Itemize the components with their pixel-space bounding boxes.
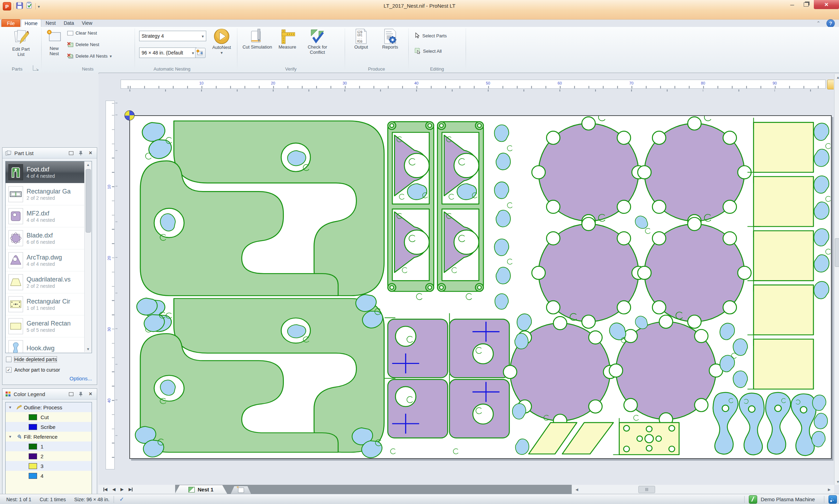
delete-all-nests-dropdown-icon[interactable] — [110, 53, 112, 59]
tab-home[interactable]: Home — [21, 19, 41, 28]
output-button[interactable]: G20 G91 ... M30 Output — [348, 28, 374, 50]
part-list-item[interactable]: Foot.dxf 4 of 4 nested — [6, 161, 85, 183]
legend-entry-row[interactable]: 2 — [6, 451, 92, 461]
chevron-down-icon[interactable] — [6, 434, 15, 439]
verify-nest-icon[interactable] — [26, 2, 33, 11]
legend-entry-row[interactable]: 4 — [6, 471, 92, 481]
close-button[interactable] — [814, 0, 839, 9]
tab-data[interactable]: Data — [60, 19, 78, 27]
mf2-parts[interactable] — [388, 319, 509, 438]
new-nest-tab-button[interactable] — [231, 486, 251, 494]
part-list-scrollbar[interactable] — [84, 161, 92, 352]
edit-plate-list-button[interactable] — [195, 48, 206, 58]
collapse-ribbon-icon[interactable] — [815, 20, 822, 26]
legend-group-row[interactable]: Fill: Reference — [6, 432, 92, 441]
legend-group-row[interactable]: Outline: Process — [6, 402, 92, 412]
scroll-up-icon[interactable] — [834, 74, 839, 80]
legend-entry-row[interactable]: 3 — [6, 461, 92, 471]
scrollbar-thumb[interactable] — [86, 169, 91, 233]
color-legend-tree[interactable]: Outline: Process Cut Scribe Fill: Refere… — [5, 402, 92, 504]
check-for-conflict-button[interactable]: Check for Conflict — [301, 28, 334, 55]
part-list-options-link[interactable]: Options... — [70, 375, 92, 381]
measure-button[interactable]: Measure — [276, 28, 299, 50]
strategy-select[interactable]: Strategy 4 — [139, 31, 206, 41]
scroll-left-icon[interactable] — [573, 486, 580, 492]
part-list-item[interactable]: Blade.dxf 6 of 6 nested — [6, 227, 85, 249]
part-list-item[interactable]: MF2.dxf 4 of 4 nested — [6, 205, 85, 227]
customize-qat-icon[interactable] — [38, 3, 40, 9]
chevron-down-icon[interactable] — [6, 405, 15, 410]
rss-icon[interactable] — [829, 495, 837, 504]
hole-plate-part[interactable] — [614, 418, 679, 455]
reports-button[interactable]: Reports — [377, 28, 403, 50]
help-icon[interactable]: ? — [826, 19, 835, 28]
ruler-settings-icon[interactable] — [827, 80, 834, 89]
part-list-header[interactable]: Part List — [2, 148, 97, 159]
legend-entry-row[interactable]: Scribe — [6, 422, 92, 432]
float-panel-button[interactable] — [67, 149, 74, 156]
part-list-item[interactable]: General Rectan 5 of 5 nested — [6, 315, 85, 337]
legend-entry-row[interactable]: 1 — [6, 441, 92, 451]
minimize-button[interactable] — [786, 0, 798, 9]
autonest-dropdown-icon[interactable] — [221, 50, 223, 55]
parts-dialog-launcher-icon[interactable] — [33, 65, 38, 71]
color-legend-header[interactable]: Color Legend — [2, 389, 97, 400]
save-icon[interactable] — [16, 2, 23, 11]
scroll-up-icon[interactable] — [85, 161, 92, 168]
status-nest-count: Nest: 1 of 1 — [6, 497, 31, 502]
part-list-item[interactable]: Rectangular Cir 1 of 1 nested — [6, 293, 85, 315]
tab-file[interactable]: File — [1, 19, 20, 28]
autonest-button[interactable]: AutoNest — [207, 28, 236, 55]
checkbox-unchecked[interactable] — [6, 357, 12, 362]
scrollbar-thumb[interactable] — [638, 486, 655, 493]
select-parts-button[interactable]: Select Parts — [415, 32, 447, 39]
tab-nest-1[interactable]: Nest 1 — [175, 485, 227, 494]
float-panel-button[interactable] — [67, 390, 74, 397]
restore-button[interactable] — [799, 0, 813, 9]
nest-drawing[interactable] — [130, 116, 831, 458]
delete-nest-button[interactable]: Delete Nest — [67, 42, 99, 47]
part-list-item[interactable]: Quadrilateral.vs 2 of 2 nested — [6, 271, 85, 293]
last-nest-button[interactable] — [129, 487, 132, 492]
delete-all-nests-button[interactable]: Delete All Nests — [67, 53, 112, 59]
edit-part-list-button[interactable]: Edit Part List — [5, 28, 37, 57]
anchor-part-checkbox[interactable]: Anchor part to cursor — [6, 367, 60, 373]
scroll-down-icon[interactable] — [834, 479, 839, 485]
yellow-rect-parts[interactable] — [748, 118, 813, 389]
horizontal-scrollbar[interactable] — [572, 485, 834, 494]
tab-nest[interactable]: Nest — [42, 19, 59, 27]
hide-depleted-checkbox[interactable]: Hide depleted parts — [6, 357, 57, 362]
status-verify-icon[interactable] — [118, 496, 125, 503]
part-list-item[interactable]: Rectangular Ga 2 of 2 nested — [6, 183, 85, 205]
new-nest-button[interactable]: New Nest — [44, 28, 64, 56]
pin-panel-button[interactable] — [77, 149, 84, 156]
part-list-listbox[interactable]: Foot.dxf 4 of 4 nested Rectangular Ga 2 … — [5, 161, 92, 353]
cut-simulation-button[interactable]: Cut Simulation — [241, 28, 273, 50]
pin-panel-button[interactable] — [77, 390, 84, 397]
part-list-item[interactable]: ArcTrap.dwg 4 of 4 nested — [6, 249, 85, 271]
select-all-button[interactable]: Select All — [415, 48, 442, 54]
quadrilateral-parts[interactable] — [529, 423, 613, 454]
scroll-down-icon[interactable] — [85, 346, 92, 352]
foot-parts[interactable] — [139, 118, 384, 452]
part-list-item[interactable]: Hook.dwg — [6, 337, 85, 353]
previous-nest-button[interactable] — [112, 487, 115, 492]
pronest-logo-icon[interactable]: P — [3, 2, 11, 10]
horizontal-ruler: 10 20 30 40 50 60 70 80 90 — [121, 80, 826, 89]
scroll-right-icon[interactable] — [826, 486, 833, 492]
close-panel-icon[interactable] — [87, 149, 94, 156]
blade-parts[interactable] — [503, 117, 751, 428]
plate-size-select[interactable]: 96 × 48 in. (Default — [139, 48, 196, 58]
scrollbar-thumb[interactable] — [835, 238, 839, 267]
plate[interactable] — [129, 115, 832, 459]
clear-nest-button[interactable]: Clear Nest — [67, 30, 97, 36]
tab-view[interactable]: View — [78, 19, 96, 27]
close-panel-icon[interactable] — [87, 390, 94, 397]
hook-parts[interactable] — [713, 393, 816, 456]
first-nest-button[interactable] — [103, 487, 107, 492]
checkbox-checked[interactable] — [6, 367, 12, 373]
next-nest-button[interactable] — [120, 487, 123, 492]
nest-canvas-area[interactable]: 10 20 30 40 50 60 70 80 90 10 20 30 40 — [99, 74, 834, 485]
vertical-scrollbar[interactable] — [834, 74, 839, 485]
legend-entry-row[interactable]: Cut — [6, 412, 92, 422]
